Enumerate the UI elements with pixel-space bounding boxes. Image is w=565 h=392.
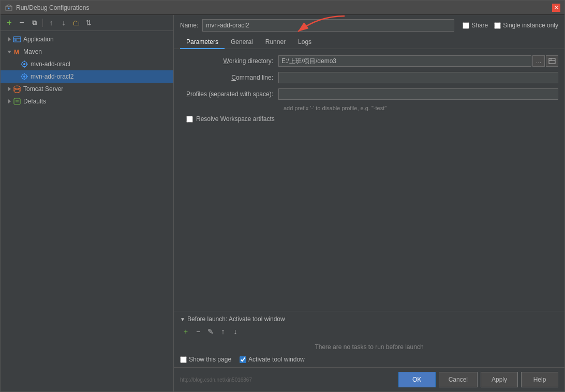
working-directory-input[interactable] [278,55,531,67]
svg-rect-27 [549,58,555,64]
config-tree[interactable]: Application M Maven [1,31,173,391]
dialog-title: Run/Debug Configurations [16,4,552,11]
tree-arrow-application [6,36,13,43]
mvn-add-oracl2-label: mvn-add-oracl2 [31,73,73,80]
apply-button[interactable]: Apply [481,372,518,387]
before-launch-move-down-button[interactable]: ↓ [230,326,241,337]
svg-marker-1 [6,5,12,6]
move-down-button[interactable]: ↓ [58,17,69,28]
before-launch-toolbar: + − ✎ ↑ ↓ [180,326,558,337]
config-icon-2 [20,72,28,81]
tab-logs[interactable]: Logs [292,36,318,49]
tree-item-maven[interactable]: M Maven [1,46,173,58]
arrow-up-icon: ↑ [50,19,53,27]
working-directory-input-group: … [278,55,558,67]
maven-icon: M [13,48,21,56]
defaults-label: Defaults [23,98,46,105]
profiles-label: Profiles (separated with space): [180,91,278,98]
command-line-row: Command line: [180,72,558,83]
close-button[interactable]: ✕ [552,4,560,12]
window-controls: ✕ [552,4,560,12]
svg-point-14 [23,76,25,78]
share-checkbox-row: Share [463,22,488,29]
before-launch-section: ▼ Before launch: Activate tool window + … [174,311,564,367]
tree-item-defaults[interactable]: Defaults [1,95,173,108]
ok-button[interactable]: OK [398,372,436,387]
tree-item-tomcat[interactable]: Tomcat Server [1,83,173,95]
tab-content-parameters: Working directory: … [174,49,564,311]
profiles-row: Profiles (separated with space): [180,88,558,100]
help-button[interactable]: Help [521,372,558,387]
toolbar-separator [42,19,43,27]
tree-item-mvn-add-oracl[interactable]: mvn-add-oracl [1,58,173,70]
show-page-label: Show this page [189,356,231,363]
svg-rect-23 [14,98,20,104]
single-instance-checkbox[interactable] [494,22,501,29]
before-launch-remove-button[interactable]: − [192,326,204,337]
add-config-button[interactable]: + [4,17,15,28]
right-panel: Name: Share Single instance only [174,15,564,391]
working-directory-expand-button[interactable] [546,55,558,67]
single-instance-checkbox-row: Single instance only [494,22,558,29]
name-field-label: Name: [180,22,198,29]
profiles-hint: add prefix '-' to disable profile, e.g. … [284,105,558,111]
maven-label: Maven [23,48,42,55]
svg-point-2 [8,7,10,9]
main-area: + − ⧉ ↑ ↓ 🗀 ⇅ [1,15,564,391]
before-launch-move-up-button[interactable]: ↑ [217,326,229,337]
plus-icon: + [7,18,11,27]
config-icon-1 [20,60,28,68]
minus-icon: − [19,18,24,27]
left-toolbar: + − ⧉ ↑ ↓ 🗀 ⇅ [1,15,173,31]
move-up-button[interactable]: ↑ [46,17,57,28]
before-launch-edit-button[interactable]: ✎ [205,326,216,337]
before-launch-options: Show this page Activate tool window [180,356,558,363]
svg-point-19 [14,86,20,89]
resolve-artifacts-checkbox[interactable] [186,116,193,123]
tomcat-label: Tomcat Server [23,85,63,93]
tab-general[interactable]: General [225,36,259,49]
header-right: Share Single instance only [463,22,558,29]
before-launch-add-button[interactable]: + [180,326,191,337]
tree-arrow-defaults [6,98,13,105]
cancel-button[interactable]: Cancel [439,372,478,387]
tab-runner[interactable]: Runner [259,36,292,49]
sort-icon: ⇅ [85,19,92,27]
run-debug-configurations-dialog: Run/Debug Configurations ✕ + − ⧉ ↑ [0,0,565,392]
name-input[interactable] [202,19,454,32]
application-icon [13,35,21,43]
tree-item-mvn-add-oracl2[interactable]: mvn-add-oracl2 [1,70,173,83]
name-row: Name: Share Single instance only [174,15,564,36]
copy-config-button[interactable]: ⧉ [28,17,40,28]
svg-point-22 [14,89,20,93]
defaults-icon [13,97,21,105]
dialog-footer: http://blog.csdn.net/xin5016867 OK Cance… [174,367,564,391]
tree-arrow-maven [6,48,13,55]
tree-item-application[interactable]: Application [1,33,173,46]
copy-icon: ⧉ [32,19,37,27]
working-directory-browse-button[interactable]: … [532,55,545,67]
resolve-artifacts-row: Resolve Workspace artifacts [186,115,558,123]
resolve-artifacts-label: Resolve Workspace artifacts [196,115,275,123]
application-label: Application [23,36,54,43]
activate-tool-window-checkbox[interactable] [240,356,246,363]
show-page-checkbox[interactable] [180,356,187,363]
working-directory-row: Working directory: … [180,55,558,67]
svg-rect-5 [14,39,17,41]
tab-parameters[interactable]: Parameters [180,36,225,49]
show-page-row: Show this page [180,356,231,363]
before-launch-title: ▼ Before launch: Activate tool window [180,315,558,323]
name-section: Name: Share Single instance only [174,15,564,36]
arrow-down-icon: ↓ [62,19,66,27]
sort-button[interactable]: ⇅ [83,17,94,28]
tree-arrow-tomcat [6,85,13,93]
before-launch-empty-message: There are no tasks to run before launch [180,340,558,354]
share-checkbox[interactable] [463,22,469,29]
share-label: Share [471,22,488,29]
remove-config-button[interactable]: − [16,17,27,28]
command-line-input[interactable] [278,72,558,83]
svg-text:M: M [14,49,19,56]
profiles-input[interactable] [278,88,558,100]
watermark: http://blog.csdn.net/xin5016867 [180,377,395,383]
new-folder-button[interactable]: 🗀 [70,17,82,28]
